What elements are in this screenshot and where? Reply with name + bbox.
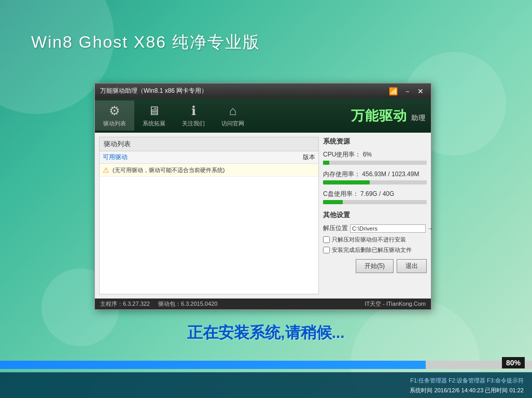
checkbox-2-label: 安装完成后删除已解压驱动文件: [332, 246, 412, 254]
checkbox-decompress-only[interactable]: [323, 236, 330, 243]
desktop-title: Win8 Ghost X86 纯净专业版: [31, 31, 260, 54]
memory-progress-fill: [323, 180, 370, 184]
status-bar: 主程序：6.3.27.322 驱动包：6.3.2015.0420 IT天空 - …: [95, 298, 431, 309]
decompress-row: 解压位置 →: [323, 224, 427, 233]
checkbox-1-label: 只解压对应驱动但不进行安装: [332, 236, 406, 244]
title-bar-left: 万能驱动助理（Win8.1 x86 网卡专用）: [100, 87, 207, 95]
memory-progress-bg: [323, 180, 427, 184]
driver-panel-header: 驱动列表: [100, 137, 318, 151]
progress-label: 80%: [502, 357, 525, 368]
close-button[interactable]: ✕: [415, 88, 426, 95]
driver-warning-text: (无可用驱动，驱动可能不适合当前硬件系统): [113, 166, 315, 174]
disk-progress-bg: [323, 200, 427, 204]
bottom-progress-track: [0, 361, 532, 369]
toolbar-system-ext-label: 系统拓展: [143, 120, 165, 127]
cpu-resource: CPU使用率： 6%: [323, 150, 427, 165]
warning-icon: ⚠: [103, 166, 109, 174]
toolbar-driver-list[interactable]: ⚙ 驱动列表: [95, 101, 134, 131]
toolbar-system-ext[interactable]: 🖥 系统拓展: [134, 101, 174, 131]
resource-section-title: 系统资源: [323, 137, 427, 146]
memory-resource: 内存使用率： 456.93M / 1023.49M: [323, 170, 427, 184]
col-name-header: 可用驱动: [103, 153, 274, 162]
disk-label: C盘使用率： 7.69G / 40G: [323, 190, 427, 198]
exit-button[interactable]: 退出: [397, 259, 427, 273]
window-title-text: 万能驱动助理（Win8.1 x86 网卡专用）: [100, 87, 207, 95]
other-settings-title: 其他设置: [323, 210, 427, 220]
home-icon: ⌂: [229, 104, 237, 118]
toolbar-logo: 万能驱动 助理: [351, 107, 426, 125]
status-brand: IT天空 - ITianKong.Com: [365, 300, 426, 308]
checkbox-delete-after[interactable]: [323, 247, 330, 253]
status-left: 主程序：6.3.27.322 驱动包：6.3.2015.0420: [100, 300, 217, 308]
title-bar-controls: 📶 － ✕: [387, 88, 426, 95]
driver-list-panel: 驱动列表 可用驱动 版本 ⚠ (无可用驱动，驱动可能不适合当前硬件系统): [99, 137, 319, 294]
decompress-arrow-icon[interactable]: →: [427, 225, 433, 232]
cpu-progress-fill: [323, 161, 329, 165]
toolbar-about-us-label: 关注我们: [182, 120, 205, 127]
driver-table: 可用驱动 版本 ⚠ (无可用驱动，驱动可能不适合当前硬件系统): [100, 151, 318, 280]
toolbar-visit-site-label: 访问官网: [221, 120, 244, 127]
cpu-progress-bg: [323, 161, 427, 165]
installing-text: 正在安装系统,请稍候...: [0, 322, 532, 344]
logo-main: 万能驱动: [351, 108, 407, 123]
checkbox-row-1: 只解压对应驱动但不进行安装: [323, 236, 427, 244]
info-icon: ℹ: [191, 104, 196, 118]
status-driver-pack: 驱动包：6.3.2015.0420: [158, 300, 217, 308]
main-window: 万能驱动助理（Win8.1 x86 网卡专用） 📶 － ✕ ⚙ 驱动列表 🖥 系…: [94, 83, 431, 310]
toolbar: ⚙ 驱动列表 🖥 系统拓展 ℹ 关注我们 ⌂ 访问官网 万能驱动 助理: [95, 98, 431, 133]
monitor-icon: 🖥: [148, 104, 160, 118]
status-main-program: 主程序：6.3.27.322: [100, 300, 150, 308]
toolbar-driver-list-label: 驱动列表: [103, 120, 126, 127]
checkbox-row-2: 安装完成后删除已解压驱动文件: [323, 246, 427, 254]
logo-sub: 助理: [411, 114, 426, 122]
title-bar: 万能驱动助理（Win8.1 x86 网卡专用） 📶 － ✕: [95, 83, 431, 98]
toolbar-about-us[interactable]: ℹ 关注我们: [174, 101, 213, 131]
driver-table-header: 可用驱动 版本: [100, 151, 318, 164]
other-settings: 其他设置 解压位置 → 只解压对应驱动但不进行安装 安装完成后删除已解压驱动文件…: [323, 210, 427, 273]
decompress-label: 解压位置: [323, 224, 348, 233]
start-button[interactable]: 开始(5): [356, 259, 394, 273]
cpu-label: CPU使用率： 6%: [323, 150, 427, 159]
toolbar-visit-site[interactable]: ⌂ 访问官网: [213, 101, 253, 131]
gear-icon: ⚙: [109, 104, 120, 118]
disk-progress-fill: [323, 200, 343, 204]
minimize-button[interactable]: －: [402, 88, 413, 95]
taskbar: F1:任务管理器 F2:设备管理器 F3:命令提示符 系统时间 2016/12/…: [0, 372, 532, 398]
driver-list-empty: [100, 177, 318, 280]
taskbar-datetime: 系统时间 2016/12/6 14:40:23 已用时间 01:22: [410, 387, 524, 394]
taskbar-right: F1:任务管理器 F2:设备管理器 F3:命令提示符 系统时间 2016/12/…: [410, 377, 524, 394]
memory-label: 内存使用率： 456.93M / 1023.49M: [323, 170, 427, 179]
decompress-input[interactable]: [350, 224, 426, 233]
taskbar-shortcuts: F1:任务管理器 F2:设备管理器 F3:命令提示符: [410, 377, 524, 385]
wifi-icon: 📶: [387, 88, 400, 95]
table-row: ⚠ (无可用驱动，驱动可能不适合当前硬件系统): [100, 164, 318, 177]
disk-resource: C盘使用率： 7.69G / 40G: [323, 190, 427, 204]
col-version-header: 版本: [274, 153, 315, 162]
content-area: 驱动列表 可用驱动 版本 ⚠ (无可用驱动，驱动可能不适合当前硬件系统) 系统资…: [95, 133, 431, 298]
resource-panel: 系统资源 CPU使用率： 6% 内存使用率： 456.93M / 1023.49…: [323, 137, 427, 294]
bottom-progress-fill: [0, 361, 426, 369]
action-buttons: 开始(5) 退出: [323, 259, 427, 273]
